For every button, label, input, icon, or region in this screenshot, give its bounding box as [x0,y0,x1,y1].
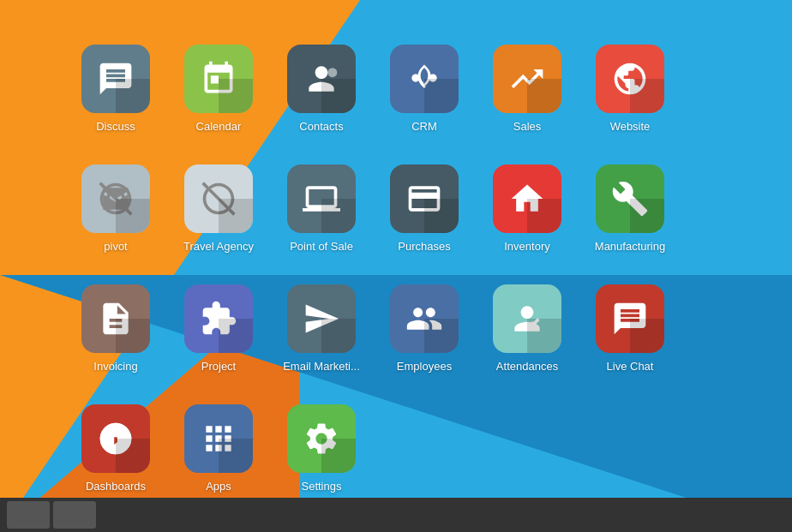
taskbar-item-1[interactable] [7,501,50,529]
contacts-label: Contacts [299,120,343,134]
taskbar-item-2[interactable] [53,501,96,529]
project-label: Project [201,360,236,374]
app-crm[interactable]: CRM [377,26,471,137]
inventory-icon [493,164,561,233]
app-dashboards[interactable]: Dashboards [69,386,163,497]
pos-label: Point of Sale [290,240,353,254]
pos-icon [287,164,356,233]
attendances-label: Attendances [496,360,558,374]
discuss-label: Discuss [96,120,135,134]
app-invoicing[interactable]: Invoicing [69,266,163,377]
website-label: Website [610,120,651,134]
pivot-label: pivot [104,240,127,254]
settings-label: Settings [302,480,342,493]
apps-grid: Discuss Calendar Contacts CRM Sales Webs… [69,26,677,497]
app-contacts[interactable]: Contacts [274,26,369,137]
travel-agency-icon [184,164,253,233]
app-inventory[interactable]: Inventory [480,146,574,257]
pivot-icon [81,164,150,233]
app-project[interactable]: Project [171,266,266,377]
website-icon [596,45,664,113]
svg-point-0 [327,69,337,78]
employees-label: Employees [397,360,452,374]
app-settings[interactable]: Settings [274,386,369,497]
invoicing-icon [81,284,150,353]
purchases-icon [390,164,459,233]
app-pivot[interactable]: pivot [69,146,163,257]
manufacturing-icon [596,164,664,233]
app-pos[interactable]: Point of Sale [274,146,369,257]
email-marketing-icon [287,284,356,353]
dashboards-icon [81,404,150,473]
calendar-label: Calendar [196,120,242,134]
purchases-label: Purchases [398,240,450,254]
email-label: Email Marketi... [283,360,360,374]
app-employees[interactable]: Employees [377,266,471,377]
discuss-icon [81,45,150,113]
livechat-label: Live Chat [607,360,654,374]
employees-icon [390,284,459,353]
app-attendances[interactable]: Attendances [480,266,574,377]
contacts-icon [287,45,356,113]
app-email[interactable]: Email Marketi... [274,266,369,377]
app-website[interactable]: Website [583,26,677,137]
app-sales[interactable]: Sales [480,26,574,137]
apps-grid-icon [184,404,253,473]
attendances-icon [493,284,561,353]
dashboards-label: Dashboards [86,480,146,493]
settings-icon [287,404,356,473]
app-livechat[interactable]: Live Chat [583,266,677,377]
sales-icon [493,45,561,113]
taskbar [0,498,792,532]
sales-label: Sales [513,120,542,134]
inventory-label: Inventory [504,240,549,254]
manufacturing-label: Manufacturing [595,240,665,254]
project-icon [184,284,253,353]
app-apps[interactable]: Apps [171,386,266,497]
app-calendar[interactable]: Calendar [171,26,266,137]
apps-label: Apps [206,480,231,493]
app-manufacturing[interactable]: Manufacturing [583,146,677,257]
app-travel[interactable]: Travel Agency [171,146,266,257]
app-discuss[interactable]: Discuss [69,26,163,137]
crm-label: CRM [411,120,437,134]
app-purchases[interactable]: Purchases [377,146,471,257]
calendar-icon [184,45,253,113]
livechat-icon [596,284,664,353]
invoicing-label: Invoicing [93,360,137,374]
crm-icon [390,45,459,113]
travel-label: Travel Agency [183,240,254,254]
